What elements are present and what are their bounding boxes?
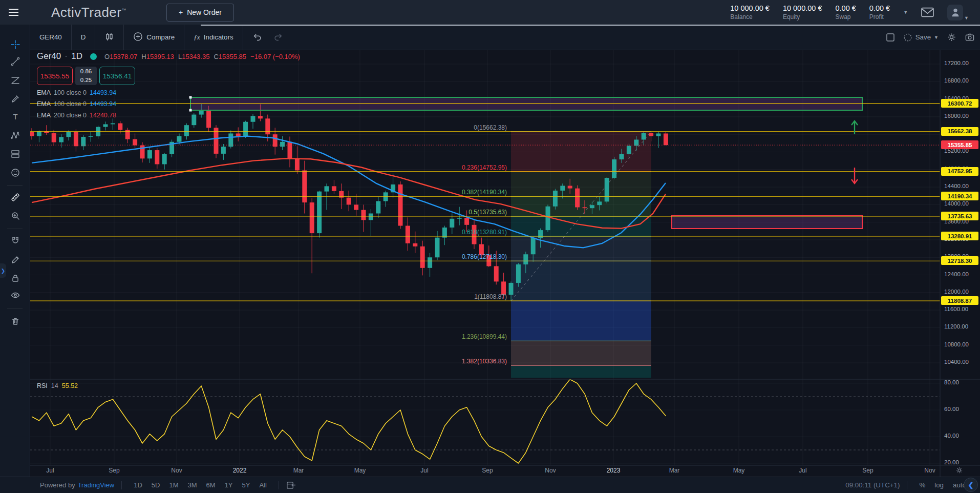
range-5d-button[interactable]: 5D bbox=[147, 481, 165, 489]
compare-button[interactable]: Compare bbox=[124, 25, 184, 50]
activtrader-app: ActivTrader™ +New Order 10 000.00 €Balan… bbox=[0, 0, 980, 493]
sell-bid-button[interactable]: 15355.55 bbox=[37, 67, 73, 85]
range-1y-button[interactable]: 1Y bbox=[220, 481, 238, 489]
balance-stat: 10 000.00 €Balance bbox=[730, 4, 770, 20]
chevron-down-icon[interactable]: ▼ bbox=[964, 15, 969, 20]
range-1m-button[interactable]: 1M bbox=[164, 481, 183, 489]
snapshot-camera-icon[interactable] bbox=[965, 32, 975, 42]
measure-ruler-tool-icon[interactable] bbox=[0, 190, 30, 204]
chart-settings-gear-icon[interactable] bbox=[947, 32, 956, 42]
profit-stat: 0.00 €Profit bbox=[869, 4, 890, 20]
log-scale-toggle[interactable]: log bbox=[930, 481, 948, 489]
mail-icon[interactable] bbox=[921, 7, 934, 17]
account-summary: 10 000.00 €Balance 10 000.00 €Equity 0.0… bbox=[730, 0, 969, 25]
position-tool-icon[interactable] bbox=[0, 147, 30, 161]
redo-button[interactable] bbox=[272, 25, 292, 50]
indicator-legend: EMA100 close 014493.94 EMA100 close 0144… bbox=[37, 89, 300, 121]
emoji-tool-icon[interactable] bbox=[0, 166, 30, 180]
new-order-button[interactable]: +New Order bbox=[166, 4, 234, 22]
user-avatar[interactable] bbox=[947, 5, 963, 20]
powered-by-label: Powered by bbox=[40, 481, 75, 489]
brush-tool-icon[interactable] bbox=[0, 92, 30, 106]
range-1d-button[interactable]: 1D bbox=[129, 481, 147, 489]
ema-legend-row[interactable]: EMA100 close 014493.94 bbox=[37, 100, 300, 110]
chevron-down-icon: ▼ bbox=[934, 35, 939, 40]
expand-panel-chevron-icon[interactable]: ❯ bbox=[0, 263, 6, 278]
market-status-dot-icon bbox=[90, 53, 97, 60]
chart-toolbar: GER40 D Compare ƒx Indicators Save bbox=[30, 25, 980, 50]
symbol-legend-row[interactable]: Ger40 1D O15378.07 H15395.13 L15343.35 C… bbox=[37, 51, 300, 61]
range-5y-button[interactable]: 5Y bbox=[238, 481, 255, 489]
percent-scale-toggle[interactable]: % bbox=[914, 481, 930, 489]
fib-retracement-tool-icon[interactable] bbox=[0, 73, 30, 88]
range-6m-button[interactable]: 6M bbox=[202, 481, 220, 489]
go-to-date-icon[interactable] bbox=[286, 480, 296, 490]
hide-drawings-eye-icon[interactable] bbox=[0, 288, 30, 302]
chevron-down-icon[interactable]: ▼ bbox=[903, 10, 908, 15]
symbol-button[interactable]: GER40 bbox=[30, 25, 71, 50]
save-layout-button[interactable]: Save ▼ bbox=[903, 33, 939, 42]
plus-icon: + bbox=[179, 8, 183, 16]
collapse-panel-chevron-icon[interactable]: ❮ bbox=[964, 478, 978, 492]
crosshair-tool-icon[interactable] bbox=[0, 37, 30, 52]
range-3m-button[interactable]: 3M bbox=[183, 481, 202, 489]
top-bar: ActivTrader™ +New Order 10 000.00 €Balan… bbox=[0, 0, 980, 25]
xabcd-pattern-tool-icon[interactable] bbox=[0, 128, 30, 142]
chart-legend: Ger40 1D O15378.07 H15395.13 L15343.35 C… bbox=[37, 51, 300, 121]
hamburger-menu-icon[interactable] bbox=[0, 9, 27, 16]
change-value: −16.07 (−0.10%) bbox=[250, 53, 300, 60]
remove-drawings-trash-icon[interactable] bbox=[0, 314, 30, 328]
zoom-in-tool-icon[interactable] bbox=[0, 209, 30, 223]
swap-stat: 0.00 €Swap bbox=[836, 4, 856, 20]
legend-interval: 1D bbox=[71, 51, 82, 61]
rsi-legend[interactable]: RSI1455.52 bbox=[37, 382, 78, 389]
candles-icon bbox=[104, 32, 114, 43]
fx-icon: ƒx bbox=[194, 33, 200, 42]
ohlc-values: O15378.07 H15395.13 L15343.35 C15355.85 … bbox=[104, 53, 300, 60]
undo-button[interactable] bbox=[243, 25, 272, 50]
interval-button[interactable]: D bbox=[72, 25, 95, 50]
svg-text:T: T bbox=[13, 112, 17, 121]
quote-panel: 15355.55 0.860.25 15356.41 bbox=[37, 67, 300, 85]
spread-indicator: 0.860.25 bbox=[75, 67, 97, 85]
range-buttons: 1D 5D 1M 3M 6M 1Y 5Y All bbox=[129, 481, 271, 489]
app-logo: ActivTrader™ bbox=[51, 5, 126, 20]
text-tool-icon[interactable]: T bbox=[0, 110, 30, 124]
trend-line-tool-icon[interactable] bbox=[0, 54, 30, 69]
layout-select-button[interactable] bbox=[886, 33, 895, 42]
buy-ask-button[interactable]: 15356.41 bbox=[99, 67, 135, 85]
ema-legend-row[interactable]: EMA100 close 014493.94 bbox=[37, 89, 300, 98]
chart-style-button[interactable] bbox=[95, 25, 123, 50]
magnet-mode-icon[interactable] bbox=[0, 233, 30, 248]
ema-legend-row[interactable]: EMA200 close 014240.78 bbox=[37, 112, 300, 121]
bottom-bar: Powered by TradingView 1D 5D 1M 3M 6M 1Y… bbox=[0, 477, 980, 493]
drawing-tools-sidebar: T bbox=[0, 25, 30, 477]
legend-symbol: Ger40 bbox=[37, 51, 61, 61]
tradingview-link[interactable]: TradingView bbox=[78, 481, 115, 489]
time-axis-settings-gear-icon[interactable] bbox=[955, 466, 963, 476]
range-all-button[interactable]: All bbox=[254, 481, 271, 489]
cloud-sync-icon bbox=[903, 33, 912, 42]
equity-stat: 10 000.00 €Equity bbox=[783, 4, 822, 20]
active-panel-highlight bbox=[201, 25, 980, 26]
indicators-button[interactable]: ƒx Indicators bbox=[184, 25, 242, 50]
circle-plus-icon bbox=[133, 32, 143, 43]
clock-timezone-button[interactable]: 09:00:11 (UTC+1) bbox=[845, 481, 900, 489]
